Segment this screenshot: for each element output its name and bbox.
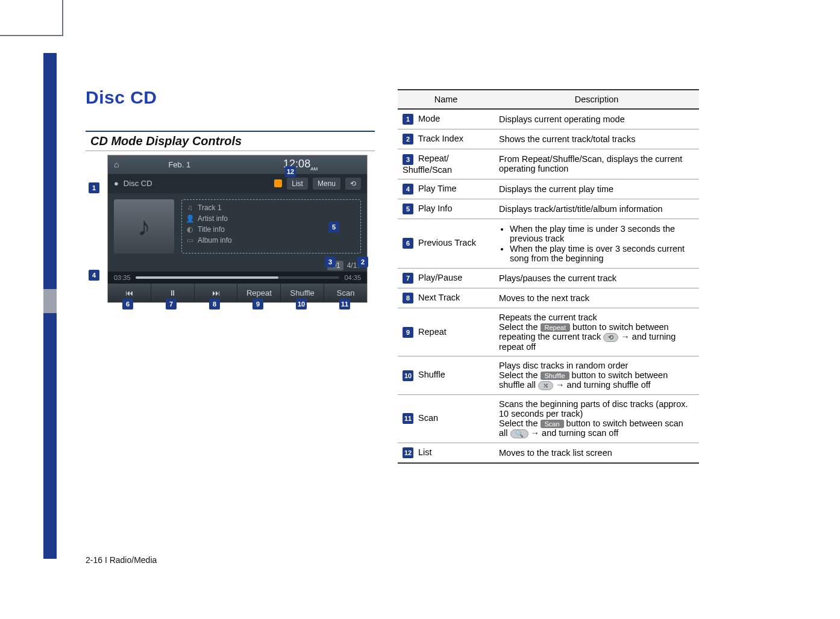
- callout-1: 1: [89, 182, 99, 193]
- cell-desc: Moves to the track list screen: [494, 443, 699, 463]
- mode-dot-icon: ●: [114, 179, 119, 188]
- row-number-badge: 7: [403, 273, 413, 284]
- description-table: Name Description 1 ModeDisplays current …: [398, 89, 699, 464]
- callout-7: 7: [166, 299, 177, 310]
- desc-line: Scans the beginning parts of disc tracks…: [499, 399, 694, 418]
- cell-name: 10 Shuffle: [398, 356, 494, 395]
- home-icon: ⌂: [114, 160, 119, 169]
- table-row: 2 Track IndexShows the current track/tot…: [398, 129, 699, 149]
- control-bar: ⏮ ⏸ ⏭ Repeat Shuffle Scan: [108, 284, 367, 302]
- menu-button[interactable]: Menu: [313, 178, 340, 190]
- cell-desc: Scans the beginning parts of disc tracks…: [494, 394, 699, 443]
- desc-line: Select the Repeat button to switch betwe…: [499, 322, 694, 352]
- row-number-badge: 10: [403, 370, 413, 381]
- left-column: Disc CD CD Mode Display Controls ⌂ Feb. …: [86, 87, 375, 303]
- artist-icon: 👤: [186, 214, 194, 223]
- row-number-badge: 5: [403, 204, 413, 214]
- right-column: Name Description 1 ModeDisplays current …: [398, 89, 699, 464]
- table-row: 9 RepeatRepeats the current trackSelect …: [398, 308, 699, 356]
- status-bar: ⌂ Feb. 1 12:08AM: [108, 155, 367, 174]
- row-name-text: Track Index: [416, 134, 463, 143]
- cell-name: 1 Mode: [398, 109, 494, 129]
- table-row: 1 ModeDisplays current operating mode: [398, 109, 699, 129]
- row-name-text: Previous Track: [416, 238, 476, 247]
- inline-icon-badge: ⤭: [538, 381, 553, 390]
- callout-8: 8: [209, 299, 220, 310]
- table-row: 6 Previous TrackWhen the play time is un…: [398, 219, 699, 268]
- cell-desc: Displays track/artist/title/album inform…: [494, 199, 699, 219]
- th-name: Name: [398, 90, 494, 109]
- desc-line: Repeats the current track: [499, 313, 694, 322]
- row-name-text: Shuffle: [416, 370, 445, 379]
- crop-mark-vertical: [62, 0, 63, 36]
- mode-bar: ● Disc CD List Menu: [108, 174, 367, 193]
- callout-2: 2: [357, 257, 368, 267]
- progress-bar-row: 03:35 04:35: [108, 272, 367, 284]
- row-name-text: Scan: [416, 413, 438, 423]
- album-icon: ▭: [186, 236, 194, 244]
- cell-desc: When the play time is under 3 seconds th…: [494, 219, 699, 268]
- table-row: 8 Next TrackMoves to the next track: [398, 288, 699, 308]
- info-artist: Artist info: [198, 214, 228, 223]
- row-name-text: Play Info: [416, 204, 452, 213]
- cell-desc: Plays disc tracks in random orderSelect …: [494, 356, 699, 395]
- table-row: 7 Play/PausePlays/pauses the current tra…: [398, 268, 699, 288]
- th-desc: Description: [494, 90, 699, 109]
- cell-desc: Shows the current track/total tracks: [494, 129, 699, 149]
- album-cover: ♪: [114, 199, 174, 254]
- bullet-item: When the play time is under 3 seconds th…: [510, 224, 694, 243]
- total-time: 04:35: [344, 274, 361, 281]
- page-title: Disc CD: [86, 87, 375, 108]
- info-title: Title info: [198, 225, 225, 234]
- row-name-text: List: [416, 447, 432, 457]
- callout-11: 11: [339, 299, 350, 310]
- table-row: 3 Repeat/ Shuffle/ScanFrom Repeat/Shuffl…: [398, 149, 699, 179]
- inline-icon-badge: 🔍: [510, 429, 528, 438]
- desc-line: Select the Shuffle button to switch betw…: [499, 370, 694, 390]
- cell-name: 9 Repeat: [398, 308, 494, 356]
- row-name-text: Play Time: [416, 184, 457, 193]
- table-row: 10 ShufflePlays disc tracks in random or…: [398, 356, 699, 395]
- row-number-badge: 9: [403, 327, 413, 338]
- row-number-badge: 8: [403, 293, 413, 303]
- page-footer: 2-16 I Radio/Media: [86, 555, 157, 565]
- info-track: Track 1: [198, 204, 222, 212]
- cell-desc: Displays the current play time: [494, 179, 699, 199]
- callout-4: 4: [89, 270, 99, 281]
- row-name-text: Play/Pause: [416, 273, 462, 282]
- cell-name: 3 Repeat/ Shuffle/Scan: [398, 149, 494, 179]
- cell-name: 11 Scan: [398, 394, 494, 443]
- time-ampm: AM: [310, 166, 318, 172]
- row-name-text: Next Track: [416, 293, 460, 302]
- row-name-text: Repeat: [416, 327, 447, 337]
- list-button[interactable]: List: [287, 178, 308, 190]
- table-row: 12 ListMoves to the track list screen: [398, 443, 699, 463]
- cell-name: 6 Previous Track: [398, 219, 494, 268]
- desc-line: Plays disc tracks in random order: [499, 361, 694, 370]
- status-date: Feb. 1: [119, 160, 240, 169]
- subtitle-bar: CD Mode Display Controls: [86, 131, 375, 151]
- table-row: 4 Play TimeDisplays the current play tim…: [398, 179, 699, 199]
- callout-10: 10: [296, 299, 307, 310]
- orange-indicator-icon: [274, 179, 282, 187]
- progress-bar[interactable]: [136, 276, 340, 279]
- table-row: 5 Play InfoDisplays track/artist/title/a…: [398, 199, 699, 219]
- bullet-item: When the play time is over 3 seconds cur…: [510, 244, 694, 263]
- table-row: 11 ScanScans the beginning parts of disc…: [398, 394, 699, 443]
- row-number-badge: 1: [403, 114, 413, 125]
- row-number-badge: 12: [403, 447, 413, 458]
- row-number-badge: 2: [403, 134, 413, 145]
- callout-9: 9: [252, 299, 263, 310]
- back-button[interactable]: [345, 178, 361, 190]
- cell-desc: Moves to the next track: [494, 288, 699, 308]
- status-time: 12:08AM: [240, 158, 361, 172]
- inline-icon-badge: ⟲: [603, 333, 618, 342]
- cell-name: 2 Track Index: [398, 129, 494, 149]
- row-number-badge: 11: [403, 413, 413, 424]
- row-number-badge: 6: [403, 238, 413, 249]
- desc-line: Select the Scan button to switch between…: [499, 418, 694, 438]
- mode-label: Disc CD: [124, 179, 152, 188]
- cell-desc: Plays/pauses the current track: [494, 268, 699, 288]
- row-number-badge: 3: [403, 154, 413, 165]
- cell-name: 4 Play Time: [398, 179, 494, 199]
